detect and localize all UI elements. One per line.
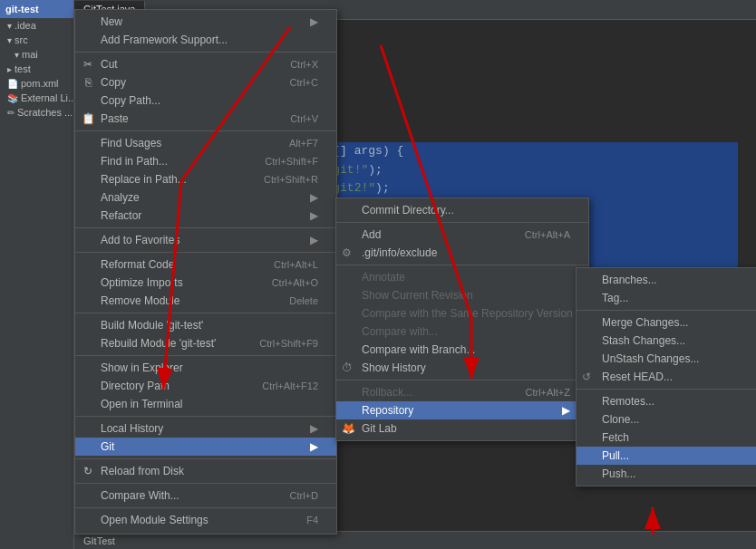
menu-label: Annotate <box>362 271 405 284</box>
repo-menu-stash[interactable]: Stash Changes... <box>577 332 756 350</box>
git-menu-exclude[interactable]: ⚙ .git/info/exclude <box>336 244 588 262</box>
separator <box>75 130 336 131</box>
tree-item-external-libs[interactable]: 📚 External Li... <box>0 91 73 105</box>
separator <box>75 52 336 53</box>
separator <box>75 355 336 356</box>
menu-item-add-favorites[interactable]: Add to Favorites ▶ <box>75 231 336 249</box>
git-menu-repository[interactable]: Repository ▶ <box>336 401 588 419</box>
menu-label: .git/info/exclude <box>362 246 437 259</box>
menu-label: Add to Favorites <box>101 234 179 246</box>
repo-menu-tag[interactable]: Tag... <box>577 289 756 307</box>
separator <box>75 507 336 508</box>
reload-icon: ↻ <box>81 465 95 477</box>
menu-item-mark-directory[interactable]: Mark Directory as ▶ <box>75 529 336 535</box>
menu-label: Reload from Disk <box>101 465 184 477</box>
repo-menu-clone[interactable]: Clone... <box>577 410 756 429</box>
menu-item-open-terminal[interactable]: Open in Terminal <box>75 395 336 413</box>
menu-item-paste[interactable]: 📋 Paste Ctrl+V <box>75 110 336 128</box>
reset-icon: ↺ <box>582 371 591 383</box>
menu-item-reload-disk[interactable]: ↻ Reload from Disk <box>75 462 336 480</box>
menu-label: Open Module Settings <box>101 514 208 526</box>
tree-item-src[interactable]: ▾ src <box>0 33 73 47</box>
git-submenu: Commit Directory... Add Ctrl+Alt+A ⚙ .gi… <box>335 197 589 441</box>
tree-item-idea[interactable]: ▾ .idea <box>0 18 73 33</box>
menu-item-directory-path[interactable]: Directory Path Ctrl+Alt+F12 <box>75 377 336 395</box>
menu-item-build-module[interactable]: Build Module 'git-test' <box>75 316 336 334</box>
menu-item-cut[interactable]: ✂ Cut Ctrl+X <box>75 55 336 73</box>
menu-item-show-explorer[interactable]: Show in Explorer <box>75 359 336 377</box>
menu-label: Build Module 'git-test' <box>101 319 203 332</box>
menu-label: Merge Changes... <box>602 316 688 329</box>
shortcut-label: Ctrl+Alt+L <box>274 259 318 270</box>
tree-label: pom.xml <box>21 78 59 89</box>
arrow-icon: ▶ <box>310 234 318 246</box>
menu-label: Remotes... <box>602 395 654 408</box>
menu-item-rebuild-module[interactable]: Rebuild Module 'git-test' Ctrl+Shift+F9 <box>75 334 336 352</box>
git-menu-show-history[interactable]: ⏱ Show History <box>336 359 588 377</box>
repo-menu-fetch[interactable]: Fetch <box>577 429 756 447</box>
menu-item-reformat[interactable]: Reformat Code Ctrl+Alt+L <box>75 255 336 274</box>
tree-item-mai[interactable]: ▾ mai <box>0 47 73 62</box>
repo-menu-push[interactable]: Push... Ctrl+Shift+K <box>577 465 756 483</box>
shortcut-label: Ctrl+Alt+O <box>272 277 318 288</box>
lib-icon: 📚 <box>7 93 18 103</box>
project-panel: git-test ▾ .idea ▾ src ▾ mai ▸ test 📄 po… <box>0 0 74 549</box>
shortcut-label: Ctrl+D <box>290 490 318 501</box>
git-menu-add[interactable]: Add Ctrl+Alt+A <box>336 226 588 244</box>
menu-item-open-module-settings[interactable]: Open Module Settings F4 <box>75 511 336 529</box>
repo-menu-merge[interactable]: Merge Changes... <box>577 313 756 332</box>
menu-label: Git Lab <box>362 422 397 435</box>
repository-submenu: Branches... Ctrl+Shift+` Tag... Merge Ch… <box>576 267 756 486</box>
menu-label: Branches... <box>602 274 657 286</box>
menu-label: Compare with Branch... <box>362 343 475 356</box>
menu-label: Add Framework Support... <box>101 34 228 46</box>
separator <box>336 222 588 223</box>
menu-label: Show Current Revision <box>362 289 473 302</box>
menu-item-replace-in-path[interactable]: Replace in Path... Ctrl+Shift+R <box>75 170 336 188</box>
menu-item-remove-module[interactable]: Remove Module Delete <box>75 292 336 310</box>
tree-item-pom[interactable]: 📄 pom.xml <box>0 76 73 91</box>
menu-label: Compare With... <box>101 489 179 502</box>
menu-item-find-in-path[interactable]: Find in Path... Ctrl+Shift+F <box>75 152 336 170</box>
git-menu-compare-branch[interactable]: Compare with Branch... <box>336 341 588 359</box>
menu-item-git[interactable]: Git ▶ <box>75 438 336 456</box>
menu-item-analyze[interactable]: Analyze ▶ <box>75 188 336 207</box>
repo-menu-reset-head[interactable]: ↺ Reset HEAD... <box>577 368 756 386</box>
repo-menu-pull[interactable]: Pull... <box>577 447 756 465</box>
separator <box>577 310 756 311</box>
git-menu-annotate[interactable]: Annotate <box>336 268 588 286</box>
git-menu-compare-repo[interactable]: Compare with the Same Repository Version <box>336 304 588 323</box>
arrow-icon: ▶ <box>562 404 570 417</box>
project-title: git-test <box>0 0 73 18</box>
separator <box>75 483 336 484</box>
menu-item-new[interactable]: New ▶ <box>75 13 336 31</box>
separator <box>75 313 336 313</box>
repo-menu-unstash[interactable]: UnStash Changes... <box>577 350 756 368</box>
arrow-icon: ▶ <box>310 209 318 222</box>
git-menu-show-revision[interactable]: Show Current Revision <box>336 286 588 304</box>
menu-item-refactor[interactable]: Refactor ▶ <box>75 207 336 225</box>
git-menu-compare-with[interactable]: Compare with... <box>336 323 588 341</box>
git-menu-commit-dir[interactable]: Commit Directory... <box>336 201 588 219</box>
git-menu-rollback[interactable]: Rollback... Ctrl+Alt+Z <box>336 383 588 401</box>
menu-item-optimize-imports[interactable]: Optimize Imports Ctrl+Alt+O <box>75 274 336 292</box>
menu-item-copy[interactable]: ⎘ Copy Ctrl+C <box>75 73 336 92</box>
menu-label: Compare with the Same Repository Version <box>362 307 573 320</box>
menu-item-local-history[interactable]: Local History ▶ <box>75 419 336 438</box>
menu-item-find-usages[interactable]: Find Usages Alt+F7 <box>75 134 336 152</box>
menu-label: Repository <box>362 404 413 417</box>
menu-label: Show in Explorer <box>101 361 183 374</box>
shortcut-label: Delete <box>289 295 318 306</box>
arrow-icon: ▶ <box>310 422 318 435</box>
menu-item-add-framework[interactable]: Add Framework Support... <box>75 31 336 49</box>
copy-icon: ⎘ <box>81 76 95 89</box>
menu-label: Optimize Imports <box>101 276 183 289</box>
repo-menu-branches[interactable]: Branches... Ctrl+Shift+` <box>577 271 756 289</box>
tree-item-scratches[interactable]: ✏ Scratches ... <box>0 105 73 120</box>
menu-item-copy-path[interactable]: Copy Path... <box>75 92 336 110</box>
git-menu-gitlab[interactable]: 🦊 Git Lab <box>336 419 588 438</box>
repo-menu-remotes[interactable]: Remotes... <box>577 392 756 410</box>
menu-item-compare[interactable]: Compare With... Ctrl+D <box>75 486 336 505</box>
tree-item-test[interactable]: ▸ test <box>0 62 73 76</box>
tree-label: External Li... <box>21 92 73 103</box>
